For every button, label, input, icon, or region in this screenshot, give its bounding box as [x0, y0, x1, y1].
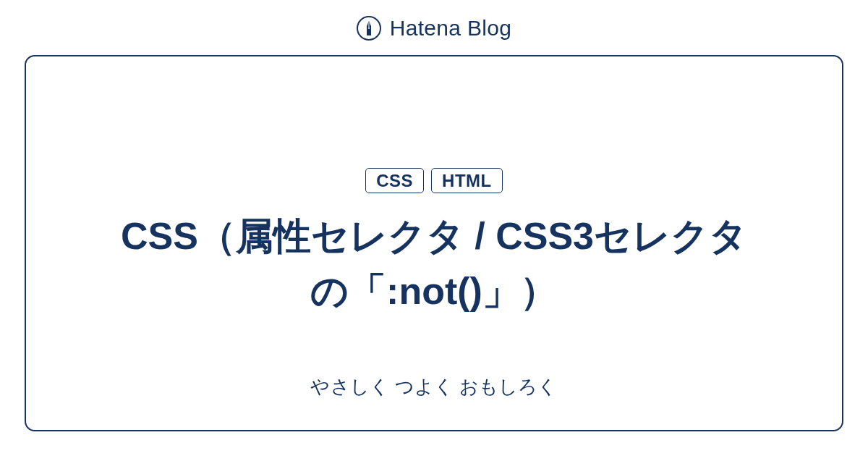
header: Hatena Blog [357, 0, 511, 55]
tag-list: CSS HTML [365, 168, 503, 193]
article-title: CSS（属性セレクタ / CSS3セレクタの「:not()」） [109, 209, 760, 318]
tag-item: HTML [431, 168, 503, 193]
svg-rect-0 [367, 33, 371, 35]
article-card: CSS HTML CSS（属性セレクタ / CSS3セレクタの「:not()」）… [25, 55, 843, 431]
pen-icon [357, 16, 381, 41]
blog-subtitle: やさしく つよく おもしろく [310, 374, 557, 400]
svg-point-1 [368, 28, 370, 29]
brand-name: Hatena Blog [390, 16, 511, 41]
tag-item: CSS [365, 168, 424, 193]
